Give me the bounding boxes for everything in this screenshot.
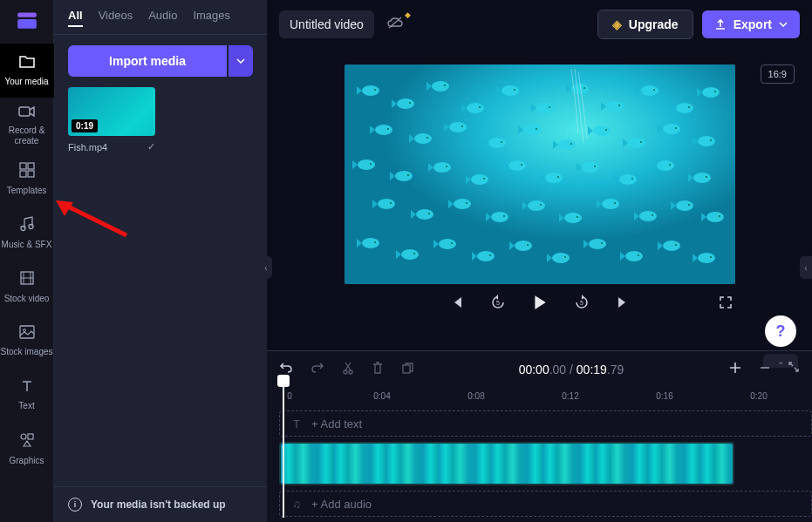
timeline-panel: 00:00.00 / 00:19.79 0 0:04 0:08 0:12 0:1… (267, 350, 812, 522)
add-text-label: + Add text (311, 417, 362, 430)
svg-point-15 (21, 434, 26, 439)
svg-point-23 (344, 370, 347, 374)
film-icon (19, 270, 35, 290)
chevron-down-icon (236, 58, 245, 64)
gem-icon: ◈ (612, 17, 622, 31)
media-grid: 0:19 Fish.mp4 ✓ (54, 87, 267, 153)
upload-icon (714, 18, 727, 31)
svg-text:5: 5 (580, 300, 583, 306)
audio-track[interactable]: ♫ + Add audio (279, 491, 812, 517)
forward-button[interactable]: 5 (572, 293, 591, 312)
sidebar-item-label: Stock images (0, 347, 52, 357)
preview-area: 16:9 (267, 49, 812, 350)
sidebar-item-label: Music & SFX (2, 240, 52, 250)
tab-videos[interactable]: Videos (99, 9, 133, 27)
svg-text:5: 5 (496, 300, 500, 306)
svg-rect-16 (28, 434, 33, 439)
info-icon: i (68, 498, 82, 512)
media-panel: All Videos Audio Images Import media 0:1… (54, 0, 267, 522)
project-title[interactable]: Untitled video (279, 10, 374, 38)
main-area: Untitled video ◆ ◈ Upgrade Export 16:9 (267, 0, 812, 522)
svg-rect-1 (17, 19, 37, 29)
sidebar-item-record-create[interactable]: Record & create (0, 98, 54, 152)
video-preview[interactable] (345, 64, 735, 284)
add-audio-label: + Add audio (311, 498, 372, 511)
sidebar-item-label: Templates (7, 186, 47, 196)
svg-rect-6 (28, 171, 34, 177)
fit-timeline-button[interactable] (788, 361, 800, 378)
sidebar-item-stock-images[interactable]: Stock images (0, 314, 54, 368)
cloud-sync-off-icon[interactable]: ◆ (386, 17, 404, 32)
export-button[interactable]: Export (702, 10, 800, 38)
sidebar-item-music-sfx[interactable]: Music & SFX (0, 206, 54, 260)
timeline-toolbar: 00:00.00 / 00:19.79 (267, 351, 812, 388)
import-media-button[interactable]: Import media (68, 45, 227, 77)
svg-point-14 (23, 329, 25, 331)
sidebar-item-label: Text (18, 401, 34, 411)
folder-icon (18, 55, 36, 73)
app-logo (15, 7, 39, 31)
svg-rect-2 (19, 107, 30, 116)
sidebar-item-label: Stock video (4, 294, 50, 304)
upgrade-button[interactable]: ◈ Upgrade (597, 10, 693, 39)
templates-icon (19, 162, 35, 182)
playhead[interactable] (277, 375, 290, 518)
help-button[interactable]: ? (765, 315, 796, 347)
sidebar-item-label: Graphics (9, 456, 44, 466)
svg-rect-25 (403, 365, 410, 373)
import-media-dropdown[interactable] (229, 45, 253, 77)
aspect-ratio-button[interactable]: 16:9 (761, 64, 795, 84)
media-tabs: All Videos Audio Images (54, 0, 267, 35)
backup-message: Your media isn't backed up (91, 498, 226, 511)
svg-point-24 (349, 370, 352, 374)
sidebar-item-graphics[interactable]: Graphics (0, 422, 54, 476)
sidebar-item-label: Your media (4, 77, 48, 87)
sidebar-item-text[interactable]: Text (0, 368, 54, 422)
sidebar-item-stock-video[interactable]: Stock video (0, 260, 54, 314)
rewind-button[interactable]: 5 (488, 293, 508, 312)
media-thumbnail: 0:19 (68, 87, 155, 136)
delete-button[interactable] (372, 361, 384, 378)
music-icon (19, 216, 35, 236)
svg-rect-3 (20, 163, 26, 169)
timeline-tracks: T + Add text ♫ + Add audio (267, 410, 812, 522)
text-icon (20, 379, 34, 397)
timeline-timecode: 00:00.00 / 00:19.79 (432, 363, 711, 376)
split-button[interactable] (342, 361, 354, 378)
svg-rect-5 (20, 171, 26, 177)
text-track[interactable]: T + Add text (279, 410, 812, 437)
add-track-button[interactable] (728, 361, 742, 378)
sidebar-item-label: Record & create (0, 125, 54, 146)
collapse-right-panel[interactable]: ‹ (800, 256, 812, 279)
skip-forward-button[interactable] (614, 293, 633, 312)
backup-warning-bar[interactable]: i Your media isn't backed up (54, 486, 267, 522)
left-sidebar: Your media Record & create Templates Mus… (0, 0, 54, 522)
check-icon: ✓ (147, 141, 155, 153)
media-duration: 0:19 (72, 119, 98, 132)
camera-icon (18, 104, 36, 122)
top-bar: Untitled video ◆ ◈ Upgrade Export (267, 0, 812, 49)
timeline-ruler[interactable]: 0 0:04 0:08 0:12 0:16 0:20 (279, 388, 812, 407)
zoom-out-button[interactable] (758, 361, 772, 378)
text-icon: T (290, 417, 303, 430)
tab-audio[interactable]: Audio (148, 9, 177, 27)
playback-controls: 5 5 (345, 293, 735, 312)
video-clip[interactable] (279, 442, 734, 485)
media-filename: Fish.mp4 (68, 142, 107, 153)
chevron-down-icon (779, 22, 788, 27)
duplicate-button[interactable] (401, 362, 414, 378)
sidebar-item-your-media[interactable]: Your media (0, 44, 54, 98)
play-button[interactable] (530, 293, 549, 312)
media-item[interactable]: 0:19 Fish.mp4 ✓ (68, 87, 155, 153)
tab-images[interactable]: Images (193, 9, 230, 27)
sidebar-item-templates[interactable]: Templates (0, 152, 54, 206)
upgrade-label: Upgrade (629, 17, 679, 31)
premium-badge-icon: ◆ (405, 10, 411, 19)
media-name-row: Fish.mp4 ✓ (68, 141, 155, 153)
redo-button[interactable] (310, 362, 324, 377)
svg-rect-0 (17, 12, 37, 17)
fullscreen-button[interactable] (716, 293, 735, 312)
tab-all[interactable]: All (68, 9, 83, 27)
svg-rect-4 (28, 163, 34, 169)
skip-back-button[interactable] (447, 293, 466, 312)
